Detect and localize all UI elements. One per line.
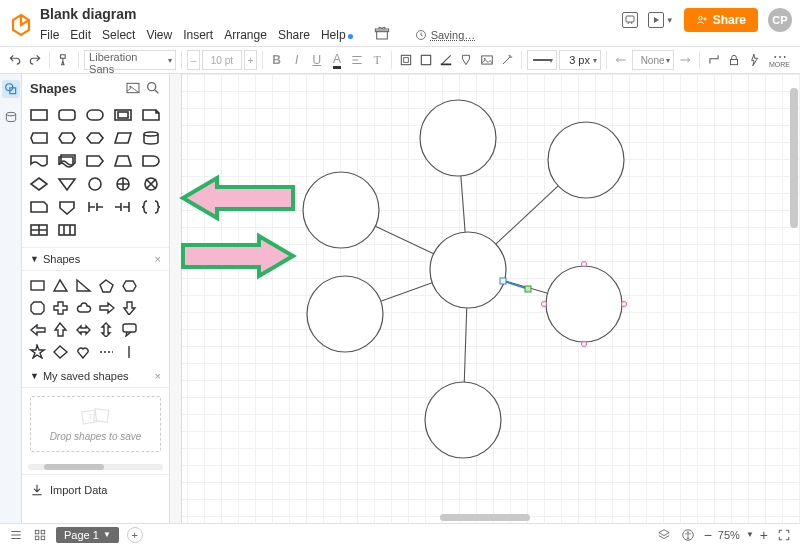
menu-arrange[interactable]: Arrange: [224, 28, 267, 42]
image-button[interactable]: [477, 50, 495, 70]
rail-layers-button[interactable]: [2, 108, 20, 126]
menu-help[interactable]: Help: [321, 28, 353, 42]
bshape-star[interactable]: [28, 343, 46, 359]
share-button[interactable]: Share: [684, 8, 758, 32]
bshape-oct[interactable]: [28, 299, 46, 315]
grid-view-button[interactable]: [32, 527, 48, 543]
bshape-arrow-lr[interactable]: [74, 321, 92, 337]
menu-share[interactable]: Share: [278, 28, 310, 42]
shape-fill-button[interactable]: [457, 50, 475, 70]
panel-scrollbar[interactable]: [28, 464, 163, 470]
menu-edit[interactable]: Edit: [70, 28, 91, 42]
bshape-plus[interactable]: [51, 299, 69, 315]
saved-shapes-dropzone[interactable]: T Drop shapes to save: [30, 396, 161, 452]
bshape-line[interactable]: [121, 343, 139, 359]
bshape-arrow-l[interactable]: [28, 321, 46, 337]
menu-file[interactable]: File: [40, 28, 59, 42]
zoom-out-button[interactable]: −: [704, 527, 712, 543]
accessibility-icon[interactable]: [680, 527, 696, 543]
import-data-button[interactable]: Import Data: [22, 474, 169, 505]
shape-table[interactable]: [28, 221, 50, 239]
action-button[interactable]: [745, 50, 763, 70]
text-tool-button[interactable]: T: [368, 50, 386, 70]
chevron-down-icon[interactable]: ▼: [746, 530, 754, 539]
font-size-decrease[interactable]: –: [187, 50, 200, 70]
shape-note[interactable]: [140, 106, 162, 124]
bshape-arrow-d[interactable]: [121, 299, 139, 315]
shape-hex[interactable]: [56, 129, 78, 147]
shape-shield[interactable]: [56, 198, 78, 216]
horizontal-scrollbar[interactable]: [440, 514, 530, 521]
bshape-rtri[interactable]: [74, 277, 92, 293]
menu-insert[interactable]: Insert: [183, 28, 213, 42]
redo-button[interactable]: [26, 50, 44, 70]
shape-doc[interactable]: [28, 152, 50, 170]
line-style-select[interactable]: [527, 50, 557, 70]
document-title[interactable]: Blank diagram: [40, 6, 475, 24]
page-tab[interactable]: Page 1▼: [56, 527, 119, 543]
bold-button[interactable]: B: [268, 50, 286, 70]
bshape-arrow-ud[interactable]: [97, 321, 115, 337]
shape-rect[interactable]: [28, 106, 50, 124]
font-family-select[interactable]: Liberation Sans: [84, 50, 176, 70]
shape-display[interactable]: [28, 129, 50, 147]
bshape-heart[interactable]: [74, 343, 92, 359]
avatar[interactable]: CP: [768, 8, 792, 32]
bshape-callout[interactable]: [121, 321, 139, 337]
text-color-button[interactable]: A: [328, 50, 346, 70]
shape-hex2[interactable]: [84, 129, 106, 147]
bshape-dash[interactable]: [97, 343, 115, 359]
bshape-arrow-r[interactable]: [97, 299, 115, 315]
fill-color-button[interactable]: [397, 50, 415, 70]
align-button[interactable]: [348, 50, 366, 70]
feedback-icon[interactable]: [622, 12, 638, 28]
format-painter-button[interactable]: [55, 50, 73, 70]
shapes-search-icon[interactable]: [145, 80, 161, 96]
toolbar-more-button[interactable]: ⋯MORE: [765, 53, 794, 68]
fullscreen-button[interactable]: [776, 527, 792, 543]
magic-wand-button[interactable]: [498, 50, 516, 70]
close-icon[interactable]: ×: [155, 253, 161, 265]
shape-trap[interactable]: [112, 152, 134, 170]
shape-circle[interactable]: [84, 175, 106, 193]
shapes-image-icon[interactable]: [125, 80, 141, 96]
shape-circle-plus[interactable]: [112, 175, 134, 193]
bshape-cloud[interactable]: [74, 299, 92, 315]
font-size-increase[interactable]: +: [244, 50, 257, 70]
shape-halfcircle[interactable]: [140, 152, 162, 170]
line-end-button[interactable]: [676, 50, 694, 70]
layers-icon[interactable]: [656, 527, 672, 543]
shape-swimlane[interactable]: [56, 221, 78, 239]
gift-icon[interactable]: [374, 25, 390, 44]
shape-split[interactable]: [112, 198, 134, 216]
zoom-in-button[interactable]: +: [760, 527, 768, 543]
undo-button[interactable]: [6, 50, 24, 70]
shape-brace[interactable]: [140, 198, 162, 216]
shape-step[interactable]: [84, 152, 106, 170]
shape-cylinder[interactable]: [140, 129, 162, 147]
bshape-tri[interactable]: [51, 277, 69, 293]
close-icon[interactable]: ×: [155, 370, 161, 382]
add-page-button[interactable]: +: [127, 527, 143, 543]
rail-shapes-button[interactable]: [2, 80, 20, 98]
line-width-select[interactable]: 3 px: [559, 50, 601, 70]
shape-circle-x[interactable]: [140, 175, 162, 193]
shape-parallelogram[interactable]: [112, 129, 134, 147]
outline-view-button[interactable]: [8, 527, 24, 543]
zoom-value[interactable]: 75%: [718, 529, 740, 541]
shape-roundrect[interactable]: [56, 106, 78, 124]
bshape-arrow-u[interactable]: [51, 321, 69, 337]
bshape-pent[interactable]: [97, 277, 115, 293]
bshape-hex[interactable]: [121, 277, 139, 293]
underline-button[interactable]: U: [308, 50, 326, 70]
menu-select[interactable]: Select: [102, 28, 135, 42]
shape-frame[interactable]: [112, 106, 134, 124]
shape-docs[interactable]: [56, 152, 78, 170]
italic-button[interactable]: I: [288, 50, 306, 70]
line-start-button[interactable]: [611, 50, 629, 70]
shapes-section-header[interactable]: ▼ Shapes ×: [22, 248, 169, 271]
border-color-button[interactable]: [417, 50, 435, 70]
menu-view[interactable]: View: [146, 28, 172, 42]
connector-type-button[interactable]: [705, 50, 723, 70]
bshape-diamond[interactable]: [51, 343, 69, 359]
